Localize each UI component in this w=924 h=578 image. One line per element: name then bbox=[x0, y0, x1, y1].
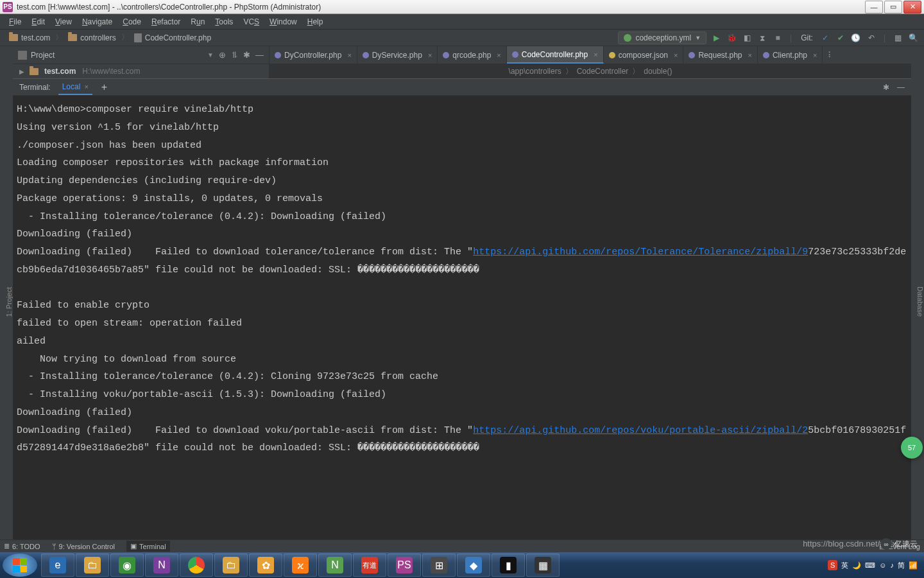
project-panel-title[interactable]: Project bbox=[31, 51, 205, 60]
close-icon[interactable]: × bbox=[748, 51, 752, 59]
search-everywhere-button[interactable]: 🔍 bbox=[907, 32, 919, 44]
close-icon[interactable]: × bbox=[594, 51, 597, 58]
tool-todo[interactable]: ≣6: TODO bbox=[4, 542, 40, 550]
close-icon[interactable]: × bbox=[347, 51, 351, 59]
taskbar-ie[interactable]: e bbox=[41, 554, 74, 577]
taskbar-chrome[interactable] bbox=[180, 554, 213, 577]
ide-settings-button[interactable]: ▦ bbox=[892, 32, 903, 44]
taskbar-folder[interactable]: 🗀 bbox=[214, 554, 248, 577]
gear-icon[interactable]: ✱ bbox=[243, 50, 250, 60]
tab-client[interactable]: Client.php× bbox=[758, 46, 823, 64]
tray-volume-icon[interactable]: ♪ bbox=[891, 561, 894, 569]
git-update-button[interactable]: ✓ bbox=[819, 32, 831, 44]
terminal-link[interactable]: https://api.github.com/repos/voku/portab… bbox=[473, 425, 808, 436]
ime-icon[interactable]: S bbox=[828, 560, 837, 570]
list-icon: ≣ bbox=[4, 542, 10, 550]
menu-refactor[interactable]: Refactor bbox=[146, 15, 185, 28]
locate-icon[interactable]: ⊕ bbox=[219, 50, 226, 60]
tab-dyservice[interactable]: DyService.php× bbox=[357, 46, 438, 64]
tool-vcs[interactable]: ᛘ9: Version Control bbox=[52, 543, 115, 550]
php-icon bbox=[363, 52, 369, 58]
hide-panel-icon[interactable]: — bbox=[255, 50, 264, 60]
menu-file[interactable]: File bbox=[4, 15, 26, 28]
tray-moon-icon[interactable]: 🌙 bbox=[852, 561, 861, 570]
close-button[interactable]: ✕ bbox=[903, 1, 921, 13]
debug-button[interactable]: 🐞 bbox=[726, 32, 737, 44]
taskbar-onenote[interactable]: N bbox=[145, 554, 178, 577]
terminal-text: 723e73c25333bf2decb9b6eda7d1036465b7a85"… bbox=[17, 247, 906, 436]
taskbar-youdao[interactable]: 有道 bbox=[353, 554, 386, 577]
close-icon[interactable]: × bbox=[674, 51, 678, 59]
taskbar-cmd[interactable]: ▮ bbox=[492, 554, 525, 577]
taskbar-explorer[interactable]: 🗀 bbox=[76, 554, 109, 577]
ime-simp[interactable]: 简 bbox=[898, 561, 905, 570]
start-button[interactable] bbox=[3, 554, 37, 577]
run-button[interactable]: ▶ bbox=[710, 32, 722, 44]
taskbar-media[interactable]: ◉ bbox=[110, 554, 144, 577]
stop-button[interactable]: ■ bbox=[772, 32, 783, 44]
tab-dycontroller[interactable]: DyController.php× bbox=[270, 46, 357, 64]
taskbar-app1[interactable]: ✿ bbox=[249, 554, 282, 577]
menu-vcs[interactable]: VCS bbox=[238, 15, 264, 28]
profile-button[interactable]: ⧗ bbox=[757, 32, 768, 44]
close-icon[interactable]: × bbox=[497, 51, 501, 59]
gear-icon[interactable]: ✱ bbox=[883, 83, 889, 92]
floating-badge[interactable]: 57 bbox=[901, 437, 923, 459]
tray-keyboard-icon[interactable]: ⌨ bbox=[865, 561, 875, 570]
git-revert-button[interactable]: ↶ bbox=[866, 32, 877, 44]
collapse-icon[interactable]: ⥮ bbox=[231, 50, 238, 60]
breadcrumb-segment[interactable]: double() bbox=[644, 67, 672, 76]
menu-tools[interactable]: Tools bbox=[210, 15, 238, 28]
menu-run[interactable]: Run bbox=[185, 15, 210, 28]
hide-panel-icon[interactable]: — bbox=[897, 83, 905, 92]
menu-window[interactable]: Window bbox=[264, 15, 302, 28]
project-root-node[interactable]: ▶ test.com H:\www\test.com bbox=[13, 64, 269, 78]
menu-help[interactable]: Help bbox=[302, 15, 329, 28]
terminal-output[interactable]: H:\www\demo>composer require vinelab/htt… bbox=[13, 96, 911, 541]
tool-project[interactable]: 1: Project bbox=[5, 285, 13, 319]
breadcrumb-segment[interactable]: \app\controllers bbox=[509, 67, 561, 76]
minimize-button[interactable]: — bbox=[865, 1, 883, 13]
breadcrumb-project[interactable]: test.com bbox=[5, 32, 54, 44]
taskbar-app4[interactable]: ▦ bbox=[526, 554, 560, 577]
maximize-button[interactable]: ▭ bbox=[884, 1, 902, 13]
menu-code[interactable]: Code bbox=[117, 15, 146, 28]
chevron-down-icon[interactable]: ▼ bbox=[207, 51, 214, 58]
taskbar-xampp[interactable]: ϰ bbox=[284, 554, 317, 577]
close-icon[interactable]: × bbox=[428, 51, 432, 59]
tab-codecontroller[interactable]: CodeController.php× bbox=[507, 46, 604, 64]
tool-terminal[interactable]: ▣Terminal bbox=[126, 541, 170, 552]
tab-composer[interactable]: composer.json× bbox=[604, 46, 684, 64]
taskbar-notepadpp[interactable]: N bbox=[318, 554, 352, 577]
close-icon[interactable]: × bbox=[813, 51, 817, 59]
menu-edit[interactable]: Edit bbox=[26, 15, 50, 28]
tab-qrcode[interactable]: qrcode.php× bbox=[438, 46, 506, 64]
git-commit-button[interactable]: ✔ bbox=[835, 32, 846, 44]
xampp-icon: ϰ bbox=[292, 557, 309, 574]
coverage-button[interactable]: ◧ bbox=[741, 32, 753, 44]
terminal-new-tab[interactable]: + bbox=[101, 82, 107, 93]
tree-expand-icon[interactable]: ▶ bbox=[19, 68, 24, 75]
taskbar-phpstorm[interactable]: PS bbox=[388, 554, 421, 577]
close-icon[interactable]: × bbox=[84, 83, 88, 91]
run-config-selector[interactable]: codeception.yml ▼ bbox=[618, 31, 706, 44]
tray-smile-icon[interactable]: ☺ bbox=[879, 561, 886, 569]
left-tool-gutter: 1: Project 7: Structure 2: Favorites bbox=[0, 46, 13, 552]
terminal-title: Terminal: bbox=[19, 83, 51, 92]
terminal-link[interactable]: https://api.github.com/repos/Tolerance/T… bbox=[473, 247, 808, 258]
menu-view[interactable]: View bbox=[50, 15, 77, 28]
event-log-button[interactable]: ▤Event Log bbox=[879, 542, 920, 550]
breadcrumb-folder[interactable]: controllers bbox=[64, 32, 119, 44]
ime-lang[interactable]: 英 bbox=[841, 561, 848, 570]
terminal-tab-local[interactable]: Local × bbox=[58, 80, 92, 95]
git-history-button[interactable]: 🕓 bbox=[850, 32, 862, 44]
menu-navigate[interactable]: Navigate bbox=[77, 15, 117, 28]
breadcrumb-segment[interactable]: CodeController bbox=[577, 67, 629, 76]
tabs-overflow[interactable]: ⠇ bbox=[823, 46, 839, 64]
tool-database[interactable]: Database bbox=[916, 284, 924, 319]
taskbar-app3[interactable]: ◆ bbox=[457, 554, 490, 577]
tray-network-icon[interactable]: 📶 bbox=[909, 561, 918, 570]
breadcrumb-file[interactable]: CodeController.php bbox=[130, 32, 215, 44]
taskbar-app2[interactable]: ⊞ bbox=[422, 554, 456, 577]
tab-request[interactable]: Request.php× bbox=[683, 46, 758, 64]
